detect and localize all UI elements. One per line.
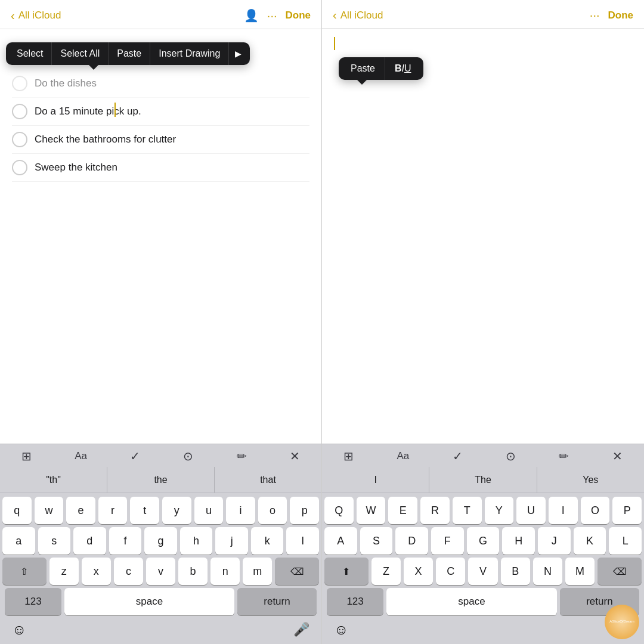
rkey-D[interactable]: D <box>395 527 428 555</box>
rkey-A[interactable]: A <box>324 527 357 555</box>
rkey-H[interactable]: H <box>502 527 535 555</box>
key-y[interactable]: y <box>162 497 191 524</box>
rkey-R[interactable]: R <box>420 497 450 524</box>
key-n[interactable]: n <box>210 558 240 585</box>
rkey-S[interactable]: S <box>360 527 393 555</box>
rkey-Z[interactable]: Z <box>371 558 401 585</box>
key-c[interactable]: c <box>114 558 143 585</box>
more-arrow-icon[interactable]: ▶ <box>229 43 247 64</box>
emoji-button[interactable]: ☺ <box>12 621 27 638</box>
left-back-button[interactable]: ‹ All iCloud <box>11 9 61 23</box>
right-format-aa-icon[interactable]: Aa <box>397 450 410 462</box>
more-icon[interactable]: ··· <box>267 9 277 23</box>
rkey-C[interactable]: C <box>436 558 465 585</box>
right-autocomplete-item-2[interactable]: Yes <box>537 467 644 493</box>
rkey-Y[interactable]: Y <box>485 497 514 524</box>
key-a[interactable]: a <box>2 527 35 555</box>
right-space-key[interactable]: space <box>386 588 557 615</box>
rkey-P[interactable]: P <box>612 497 642 524</box>
table-icon[interactable]: ⊞ <box>21 449 32 463</box>
key-j[interactable]: j <box>215 527 248 555</box>
right-back-button[interactable]: ‹ All iCloud <box>333 8 383 22</box>
key-l[interactable]: l <box>286 527 319 555</box>
key-p[interactable]: p <box>290 497 319 524</box>
left-backspace-key[interactable]: ⌫ <box>275 558 319 585</box>
rkey-M[interactable]: M <box>565 558 595 585</box>
key-o[interactable]: o <box>258 497 287 524</box>
rkey-K[interactable]: K <box>574 527 606 555</box>
insert-drawing-button[interactable]: Insert Drawing <box>150 42 229 65</box>
key-x[interactable]: x <box>82 558 111 585</box>
right-autocomplete-item-1[interactable]: The <box>429 467 537 493</box>
check-circle-1[interactable] <box>12 76 27 91</box>
right-more-icon[interactable]: ··· <box>590 8 600 22</box>
key-t[interactable]: t <box>130 497 159 524</box>
left-num-key[interactable]: 123 <box>5 588 61 615</box>
format-aa-icon[interactable]: Aa <box>75 450 87 462</box>
camera-icon[interactable]: ⊙ <box>183 449 193 463</box>
key-k[interactable]: k <box>251 527 284 555</box>
key-d[interactable]: d <box>73 527 106 555</box>
autocomplete-item-0[interactable]: "th" <box>0 467 107 493</box>
rkey-U[interactable]: U <box>516 497 546 524</box>
right-checklist-icon[interactable]: ✓ <box>453 449 463 463</box>
rkey-W[interactable]: W <box>357 497 386 524</box>
rkey-G[interactable]: G <box>467 527 500 555</box>
autocomplete-item-2[interactable]: that <box>215 467 321 493</box>
key-w[interactable]: w <box>35 497 64 524</box>
key-s[interactable]: s <box>38 527 71 555</box>
markup-icon[interactable]: ✏ <box>237 449 247 463</box>
mic-button[interactable]: 🎤 <box>293 622 309 637</box>
rkey-E[interactable]: E <box>388 497 417 524</box>
autocomplete-item-1[interactable]: the <box>107 467 215 493</box>
check-circle-3[interactable] <box>12 132 27 147</box>
rkey-B[interactable]: B <box>501 558 530 585</box>
collaborator-icon[interactable]: 👤 <box>244 8 259 23</box>
right-shift-key[interactable]: ⬆ <box>324 558 369 585</box>
rkey-V[interactable]: V <box>468 558 497 585</box>
right-backspace-key[interactable]: ⌫ <box>597 558 642 585</box>
paste-button[interactable]: Paste <box>109 42 150 65</box>
rkey-Q[interactable]: Q <box>324 497 354 524</box>
key-z[interactable]: z <box>49 558 79 585</box>
key-q[interactable]: q <box>2 497 32 524</box>
right-dismiss-icon[interactable]: ✕ <box>612 449 623 463</box>
key-r[interactable]: r <box>98 497 128 524</box>
left-done-button[interactable]: Done <box>286 10 311 21</box>
key-b[interactable]: b <box>178 558 208 585</box>
select-button[interactable]: Select <box>8 42 52 65</box>
key-e[interactable]: e <box>66 497 95 524</box>
rkey-I[interactable]: I <box>549 497 578 524</box>
rkey-L[interactable]: L <box>609 527 642 555</box>
biu-button[interactable]: BIU <box>385 57 421 80</box>
select-all-button[interactable]: Select All <box>52 42 109 65</box>
key-f[interactable]: f <box>109 527 142 555</box>
rkey-T[interactable]: T <box>453 497 482 524</box>
check-circle-4[interactable] <box>12 160 27 175</box>
right-table-icon[interactable]: ⊞ <box>343 449 354 463</box>
checklist-icon[interactable]: ✓ <box>130 449 140 463</box>
rkey-X[interactable]: X <box>404 558 433 585</box>
rkey-F[interactable]: F <box>431 527 464 555</box>
right-num-key[interactable]: 123 <box>327 588 383 615</box>
rkey-N[interactable]: N <box>533 558 562 585</box>
dismiss-icon[interactable]: ✕ <box>290 449 300 463</box>
key-v[interactable]: v <box>146 558 175 585</box>
key-m[interactable]: m <box>243 558 272 585</box>
right-camera-icon[interactable]: ⊙ <box>506 449 516 463</box>
rkey-O[interactable]: O <box>581 497 610 524</box>
key-u[interactable]: u <box>194 497 224 524</box>
check-circle-2[interactable] <box>12 104 27 119</box>
rkey-J[interactable]: J <box>538 527 571 555</box>
right-autocomplete-item-0[interactable]: I <box>322 467 429 493</box>
right-emoji-button[interactable]: ☺ <box>334 621 349 638</box>
left-return-key[interactable]: return <box>237 588 317 615</box>
key-h[interactable]: h <box>180 527 213 555</box>
right-markup-icon[interactable]: ✏ <box>559 449 569 463</box>
left-space-key[interactable]: space <box>64 588 234 615</box>
left-shift-key[interactable]: ⇧ <box>2 558 47 585</box>
right-done-button[interactable]: Done <box>608 10 634 21</box>
key-i[interactable]: i <box>226 497 255 524</box>
right-paste-button[interactable]: Paste <box>341 57 385 80</box>
key-g[interactable]: g <box>144 527 177 555</box>
